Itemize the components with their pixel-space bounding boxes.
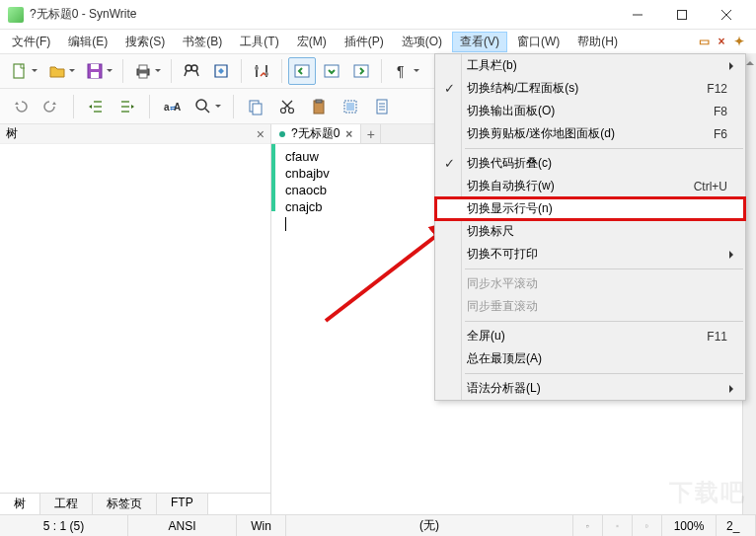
tab-close-icon[interactable]: × [345, 127, 352, 141]
menu-file[interactable]: 文件(F) [4, 32, 58, 52]
svg-rect-7 [91, 72, 99, 78]
status-lock-icon[interactable] [573, 515, 603, 536]
svg-line-33 [205, 109, 209, 113]
find-button[interactable] [178, 57, 205, 85]
status-extra: 2_ [717, 515, 756, 536]
app-icon [8, 7, 24, 23]
svg-text:A: A [174, 102, 181, 113]
zoom-button[interactable] [189, 93, 217, 120]
menu-item-toggle-output[interactable]: 切换输出面板(O)F8 [435, 100, 745, 122]
open-file-button[interactable] [43, 57, 71, 85]
extra-rect-icon[interactable]: ▭ [697, 35, 711, 48]
svg-line-14 [196, 71, 198, 76]
undo-button[interactable] [6, 93, 34, 120]
svg-point-32 [196, 100, 206, 110]
menu-item-toggle-nonprint[interactable]: 切换不可打印 [435, 243, 745, 266]
svg-rect-4 [14, 64, 24, 78]
svg-rect-21 [354, 65, 368, 77]
menu-help[interactable]: 帮助(H) [569, 32, 626, 52]
text-cursor [285, 217, 286, 231]
maximize-button[interactable] [659, 0, 704, 30]
status-lexer[interactable]: (无) [286, 515, 573, 536]
new-tab-button[interactable]: + [361, 124, 381, 143]
menu-item-toolbar[interactable]: 工具栏(b) [435, 54, 745, 77]
svg-rect-20 [325, 65, 339, 77]
titlebar: ?无标题0 - SynWrite [0, 0, 756, 30]
menu-item-toggle-ruler[interactable]: 切换标尺 [435, 220, 745, 243]
sidebar-panel: 树 × 树 工程 标签页 FTP [0, 124, 271, 514]
sidebar-close-icon[interactable]: × [257, 126, 265, 142]
menu-window[interactable]: 窗口(W) [509, 32, 567, 52]
svg-rect-9 [139, 65, 147, 70]
sidebar-tab-project[interactable]: 工程 [40, 494, 93, 514]
copy-button[interactable] [242, 93, 269, 120]
indent-left-button[interactable] [82, 93, 110, 120]
status-zoom[interactable]: 100% [662, 515, 717, 536]
cut-button[interactable] [273, 93, 301, 120]
minimize-button[interactable] [615, 0, 659, 30]
menu-item-toggle-struct[interactable]: ✓切换结构/工程面板(s)F12 [435, 77, 745, 100]
panel-left-button[interactable] [288, 57, 316, 85]
menu-item-fullscreen[interactable]: 全屏(u)F11 [435, 325, 745, 347]
sidebar-tab-tabs[interactable]: 标签页 [93, 494, 157, 514]
settings-button[interactable] [248, 57, 275, 85]
panel-bottom-button[interactable] [318, 57, 345, 85]
status-sel-icon[interactable] [633, 515, 662, 536]
status-encoding[interactable]: ANSI [128, 515, 237, 536]
nonprint-button[interactable]: ¶ [388, 57, 416, 85]
close-button[interactable] [704, 0, 748, 30]
tree-view[interactable] [0, 144, 270, 493]
menu-view[interactable]: 查看(V) [452, 32, 507, 52]
statusbar: 5 : 1 (5) ANSI Win (无) 100% 2_ [0, 514, 756, 536]
sidebar-tab-tree[interactable]: 树 [0, 494, 40, 514]
svg-point-11 [186, 65, 191, 71]
case-button[interactable]: a⇄A [158, 93, 186, 120]
editor-tab[interactable]: ?无标题0 × [271, 124, 361, 143]
indent-right-button[interactable] [113, 93, 141, 120]
menubar: 文件(F) 编辑(E) 搜索(S) 书签(B) 工具(T) 宏(M) 插件(P)… [0, 30, 756, 53]
menu-item-toggle-linenum[interactable]: 切换显示行号(n) [435, 197, 745, 220]
window-title: ?无标题0 - SynWrite [30, 6, 136, 23]
save-file-button[interactable] [81, 57, 109, 85]
extra-x-icon[interactable]: × [715, 35, 728, 48]
sidebar-tab-ftp[interactable]: FTP [157, 494, 208, 514]
view-dropdown-menu: 工具栏(b) ✓切换结构/工程面板(s)F12 切换输出面板(O)F8 切换剪贴… [434, 53, 746, 401]
menu-item-toggle-clip[interactable]: 切换剪贴板/迷你地图面板(d)F6 [435, 122, 745, 145]
menu-tools[interactable]: 工具(T) [232, 32, 286, 52]
doc-button[interactable] [368, 93, 396, 120]
menu-item-toggle-wrap[interactable]: 切换自动换行(w)Ctrl+U [435, 175, 745, 197]
svg-rect-1 [677, 10, 686, 19]
status-position: 5 : 1 (5) [0, 515, 128, 536]
menu-options[interactable]: 选项(O) [394, 32, 450, 52]
status-wrap-icon[interactable] [603, 515, 633, 536]
menu-item-always-top[interactable]: 总在最顶层(A) [435, 347, 745, 370]
menu-plugins[interactable]: 插件(P) [337, 32, 392, 52]
svg-line-13 [185, 71, 187, 76]
svg-rect-6 [91, 64, 99, 69]
svg-point-36 [281, 108, 286, 113]
tab-title: ?无标题0 [291, 125, 340, 142]
paste-button[interactable] [305, 93, 333, 120]
new-file-button[interactable] [6, 57, 34, 85]
svg-rect-19 [295, 65, 309, 77]
svg-text:¶: ¶ [397, 63, 405, 79]
svg-point-37 [289, 108, 294, 113]
redo-button[interactable] [38, 93, 65, 120]
menu-search[interactable]: 搜索(S) [117, 32, 173, 52]
extra-star-icon[interactable]: ✦ [732, 35, 746, 48]
status-eol[interactable]: Win [237, 515, 286, 536]
menu-macro[interactable]: 宏(M) [289, 32, 335, 52]
select-all-button[interactable] [337, 93, 364, 120]
menu-item-sync-h: 同步水平滚动 [435, 272, 745, 295]
svg-point-17 [255, 66, 259, 70]
goto-button[interactable] [207, 57, 235, 85]
menu-edit[interactable]: 编辑(E) [60, 32, 115, 52]
menu-item-lexer[interactable]: 语法分析器(L) [435, 377, 745, 400]
menu-item-sync-v: 同步垂直滚动 [435, 295, 745, 318]
svg-point-12 [191, 65, 197, 71]
menu-item-toggle-fold[interactable]: ✓切换代码折叠(c) [435, 152, 745, 175]
panel-right-button[interactable] [347, 57, 375, 85]
modified-dot-icon [279, 131, 285, 137]
menu-bookmark[interactable]: 书签(B) [175, 32, 230, 52]
print-button[interactable] [129, 57, 157, 85]
